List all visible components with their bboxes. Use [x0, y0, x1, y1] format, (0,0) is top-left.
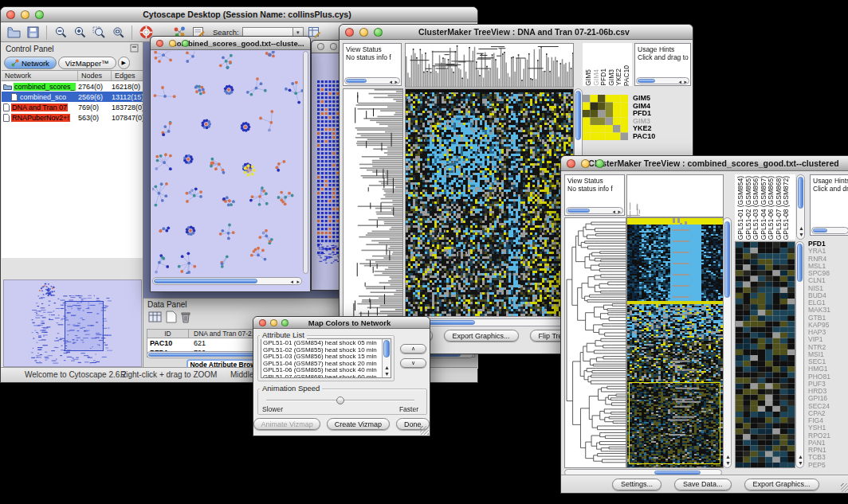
- export-graphics-button[interactable]: Export Graphics...: [444, 330, 519, 342]
- map-colors-dialog[interactable]: Map Colors to Network Attribute List GPL…: [253, 316, 430, 436]
- zoom-vscrollbar[interactable]: ▲▼: [795, 241, 804, 468]
- folder-icon: [3, 83, 12, 90]
- network-overview-thumbnail[interactable]: [4, 280, 141, 366]
- close-button[interactable]: [567, 159, 575, 168]
- treeview2-column-area: [626, 174, 724, 217]
- move-down-button[interactable]: ∨: [400, 358, 426, 368]
- file-icon: [3, 104, 10, 111]
- view-status-scrollbar[interactable]: ◂▸: [344, 77, 400, 84]
- zoom-out-icon[interactable]: [53, 25, 69, 41]
- usage-hints-panel: Usage Hints Click and drag to: [810, 174, 848, 236]
- network-row-rna[interactable]: RNAPuberNov2+! 563(0) 107847(0): [2, 112, 143, 123]
- resize-grip[interactable]: [420, 426, 429, 435]
- cluster-network-canvas[interactable]: [152, 51, 304, 274]
- toolbar-separator: [132, 25, 132, 40]
- zoom-button[interactable]: [595, 159, 604, 168]
- tab-vizmapper[interactable]: VizMapper™: [58, 57, 116, 69]
- window-controls[interactable]: [345, 28, 383, 37]
- treeview2-title-bar[interactable]: ClusterMaker TreeView : combined_scores_…: [561, 156, 848, 171]
- settings-button[interactable]: Settings...: [612, 479, 662, 490]
- window-controls[interactable]: [259, 319, 289, 326]
- control-panel: Control Panel Network VizMapper™ ▶ Netwo…: [2, 42, 143, 369]
- treeview1-heatmap[interactable]: [405, 88, 574, 317]
- minimize-button[interactable]: [359, 28, 368, 37]
- open-folder-icon[interactable]: [6, 25, 22, 41]
- save-icon[interactable]: [25, 25, 41, 41]
- minimize-button[interactable]: [21, 10, 29, 19]
- network-overview-panel[interactable]: [3, 279, 142, 367]
- zoom-button[interactable]: [281, 319, 289, 326]
- float-panel-icon[interactable]: [130, 44, 139, 54]
- animate-vizmap-button[interactable]: Animate Vizmap: [253, 418, 320, 430]
- scroll-left-arrow[interactable]: ◂: [290, 279, 293, 285]
- treeview2-heatmap[interactable]: [626, 217, 724, 468]
- network-row-dna[interactable]: DNA and Tran 07 769(0) 183728(0): [2, 102, 143, 112]
- network-row-selected[interactable]: combined_sco 2569(6) 13112(15): [2, 92, 143, 102]
- treeview2-vscrollbar[interactable]: ▲▼: [723, 217, 732, 468]
- zoom-button[interactable]: [35, 10, 44, 19]
- close-button[interactable]: [317, 43, 324, 50]
- close-button[interactable]: [156, 40, 163, 47]
- attribute-list-scrollbar[interactable]: ▲▼: [382, 339, 391, 377]
- animation-speed-label: Animation Speed: [260, 384, 322, 393]
- treeview1-title-bar[interactable]: ClusterMaker TreeView : DNA and Tran 07-…: [340, 25, 693, 40]
- treeview1-zoom-heatmap[interactable]: [583, 95, 628, 140]
- save-data-button[interactable]: Save Data...: [674, 479, 732, 490]
- zoom-button[interactable]: [374, 28, 383, 37]
- view-status-scrollbar[interactable]: ◂▸: [566, 207, 623, 214]
- export-graphics-button[interactable]: Export Graphics...: [744, 479, 819, 490]
- new-attribute-icon[interactable]: [166, 311, 177, 326]
- zoom-button[interactable]: [182, 40, 189, 47]
- treeview1-row-dendrogram[interactable]: [343, 88, 403, 317]
- window-controls[interactable]: [567, 159, 604, 168]
- attribute-listbox[interactable]: GPL51-01 (GSM854) heat shock 05 minGPL51…: [261, 338, 391, 378]
- zoom-fit-icon[interactable]: [91, 25, 107, 41]
- window-controls[interactable]: [156, 40, 189, 47]
- col-edges[interactable]: Edges: [112, 71, 143, 80]
- treeview2-window[interactable]: ClusterMaker TreeView : combined_scores_…: [560, 155, 848, 494]
- usage-hints-scrollbar[interactable]: [811, 227, 848, 234]
- treeview1-row-labels: GIM5GIM4PFD1GIM3YKE2PAC10: [633, 95, 655, 140]
- slider-thumb[interactable]: [336, 397, 344, 404]
- minimize-button[interactable]: [581, 159, 590, 168]
- tab-network[interactable]: Network: [4, 57, 57, 69]
- dialog-button-bar: Animate Vizmap Create Vizmap Done: [253, 418, 430, 430]
- select-attributes-icon[interactable]: [148, 311, 163, 326]
- id-column-header[interactable]: ID: [147, 330, 189, 338]
- move-up-button[interactable]: ∧: [400, 344, 426, 354]
- delete-attribute-icon[interactable]: [180, 311, 191, 326]
- minimize-button[interactable]: [330, 43, 337, 50]
- treeview2-zoom-heatmap[interactable]: [735, 241, 795, 468]
- network-row-combined-scores[interactable]: combined_scores_ 2764(0) 16218(0): [2, 81, 143, 92]
- col-nodes[interactable]: Nodes: [78, 71, 112, 80]
- treeview1-column-dendrogram[interactable]: [405, 43, 574, 88]
- window-controls[interactable]: [6, 10, 44, 19]
- tab-overflow-button[interactable]: ▶: [118, 57, 130, 69]
- network-vscrollbar[interactable]: [303, 51, 308, 274]
- create-vizmap-button[interactable]: Create Vizmap: [327, 418, 389, 430]
- minimize-button[interactable]: [270, 319, 277, 326]
- main-window-title: Cytoscape Desktop (Session Name: collins…: [20, 10, 474, 19]
- dialog-title-bar[interactable]: Map Colors to Network: [253, 317, 430, 329]
- close-button[interactable]: [6, 10, 15, 19]
- resize-grip[interactable]: [841, 483, 848, 492]
- zoom-selected-icon[interactable]: [110, 25, 126, 41]
- network-hscrollbar[interactable]: ◂ ▸: [152, 277, 302, 285]
- scroll-right-arrow[interactable]: ▸: [296, 279, 300, 285]
- view-status-panel: View Status No status info f ◂▸: [343, 43, 402, 86]
- usage-hints-scrollbar[interactable]: ◂▸: [636, 77, 689, 84]
- main-title-bar[interactable]: Cytoscape Desktop (Session Name: collins…: [1, 7, 477, 22]
- col-network[interactable]: Network: [2, 71, 78, 80]
- array-labels-scrollbar[interactable]: ▲▼: [796, 174, 805, 240]
- minimize-button[interactable]: [169, 40, 176, 47]
- network-window-clusters[interactable]: combined_scores_good.txt--cluste... ◂ ▸: [150, 36, 311, 292]
- speed-slider[interactable]: [266, 397, 414, 404]
- close-button[interactable]: [259, 319, 266, 326]
- cluster-window-title-bar[interactable]: combined_scores_good.txt--cluste...: [151, 37, 310, 50]
- zoom-in-icon[interactable]: [72, 25, 88, 41]
- treeview2-row-dendrogram[interactable]: [564, 217, 626, 468]
- view-status-line2: No status info f: [565, 185, 624, 193]
- close-button[interactable]: [345, 28, 354, 37]
- attribute-item[interactable]: GPL51-07 (GSM868) heat shock 60 min: [263, 374, 389, 378]
- array-label: GPL51-08 (GSM872): [783, 176, 791, 240]
